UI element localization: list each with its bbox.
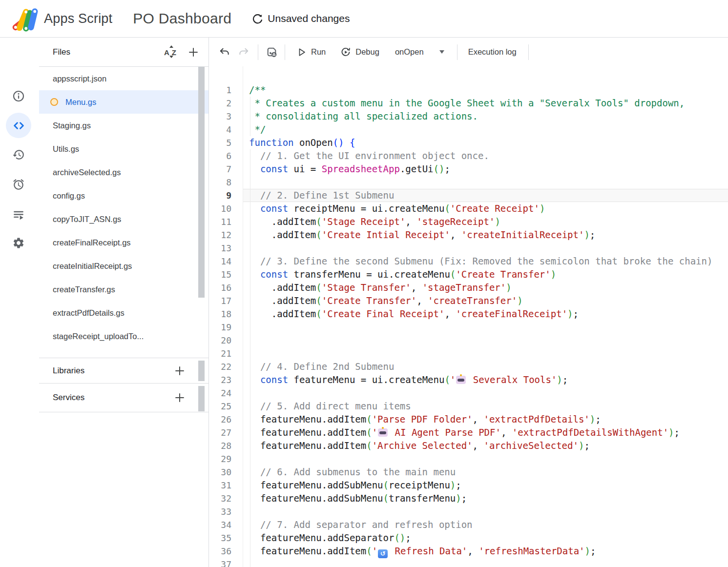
file-name: Menu.gs <box>65 98 96 107</box>
code-token: // 1. Get the UI environment object once… <box>249 150 489 161</box>
code-token: */ <box>249 124 266 135</box>
code-line: 36 featureMenu.addItem(' Refresh Data', … <box>209 545 728 558</box>
execution-log-button[interactable]: Execution log <box>468 47 517 57</box>
overview-info-icon <box>12 90 25 102</box>
code-token: , <box>473 414 484 425</box>
libraries-section: Libraries <box>39 358 208 384</box>
file-item[interactable]: appsscript.json <box>39 67 208 90</box>
code-token: ) <box>456 493 461 504</box>
code-token: ' <box>372 546 377 556</box>
save-button[interactable] <box>264 45 279 60</box>
code-token: ( <box>316 295 321 306</box>
code-token: , <box>405 216 416 227</box>
add-service-icon[interactable] <box>173 391 186 404</box>
code-token: 'Create Transfer' <box>322 295 416 306</box>
files-scrollbar[interactable] <box>198 67 205 298</box>
debug-button[interactable]: Debug <box>340 47 379 58</box>
code-token: // 4. Define 2nd Submenu <box>249 361 394 372</box>
file-item[interactable]: createInitialReceipt.gs <box>39 254 208 278</box>
code-token: ) <box>495 216 500 227</box>
code-token: featureMenu.addSubMenu <box>249 480 383 490</box>
rail-item-triggers[interactable] <box>6 172 31 197</box>
file-item[interactable]: config.gs <box>39 184 208 207</box>
code-token: ; <box>590 546 596 556</box>
rail-item-editor[interactable] <box>6 113 31 138</box>
file-name: createInitialReceipt.gs <box>53 262 132 271</box>
code-token: .addItem <box>249 282 316 293</box>
code-token: ; <box>405 532 411 543</box>
libraries-label: Libraries <box>53 366 173 376</box>
code-token: 'Stage Receipt' <box>322 216 406 227</box>
function-selector[interactable]: onOpen <box>395 47 424 57</box>
sort-az-icon[interactable]: AZ <box>164 46 179 59</box>
code-line: 6 // 1. Get the UI environment object on… <box>209 149 728 162</box>
code-token: ) <box>668 427 674 438</box>
code-token: .addItem <box>249 295 316 306</box>
code-token: , <box>444 308 456 319</box>
file-name: createTransfer.gs <box>53 285 115 294</box>
code-token <box>249 374 260 385</box>
code-token <box>249 203 260 214</box>
add-file-icon[interactable] <box>187 46 200 59</box>
code-token: ( <box>444 374 450 385</box>
undo-button[interactable] <box>217 45 231 60</box>
code-line: 4 */ <box>209 123 728 136</box>
code-token: 'refreshMasterData' <box>478 546 584 556</box>
file-item[interactable]: Utils.gs <box>39 137 208 161</box>
code-token: ) <box>517 295 522 306</box>
project-title[interactable]: PO Dashboard <box>133 10 231 27</box>
editor-code-icon <box>12 119 25 132</box>
rail-item-executions[interactable] <box>6 202 31 227</box>
file-item[interactable]: copyToJIT_ASN.gs <box>39 207 208 231</box>
code-token: ; <box>584 440 589 451</box>
code-token: 'extractPdfDetailsWithAgent' <box>512 427 668 438</box>
code-token: onOpen <box>294 137 333 148</box>
code-token: // 3. Define the second Submenu (Fix: Re… <box>249 256 712 266</box>
code-token: 'createFinalReceipt' <box>456 308 567 319</box>
code-line: 9 // 2. Define 1st Submenu <box>209 189 728 202</box>
file-list: appsscript.jsonMenu.gsStaging.gsUtils.gs… <box>39 67 208 348</box>
left-rail <box>0 38 40 567</box>
code-token: ( <box>366 440 372 451</box>
libraries-scrollbar[interactable] <box>198 361 205 381</box>
file-item[interactable]: Staging.gs <box>39 114 208 137</box>
add-library-icon[interactable] <box>173 364 186 377</box>
file-item[interactable]: extractPdfDetails.gs <box>39 301 208 324</box>
code-line: 31 featureMenu.addSubMenu(receiptMenu); <box>209 479 728 492</box>
code-line: 16 .addItem('Stage Transfer', 'stageTran… <box>209 281 728 294</box>
code-token: 'stageTransfer' <box>422 282 506 293</box>
file-item[interactable]: Menu.gs <box>39 90 208 114</box>
code-token: ( <box>383 480 389 490</box>
code-token: ) <box>551 269 556 280</box>
code-line: 37 <box>209 558 728 567</box>
save-status-label: Unsaved changes <box>268 13 350 24</box>
file-item[interactable]: stageReceipt_uploadTo... <box>39 324 208 348</box>
save-status: Unsaved changes <box>252 13 350 24</box>
file-name: config.gs <box>53 191 85 201</box>
file-item[interactable]: createTransfer.gs <box>39 278 208 301</box>
code-token: 'Parse PDF Folder' <box>372 414 473 425</box>
rail-item-overview[interactable] <box>6 83 31 109</box>
code-token: Severalx Tools' <box>467 374 557 385</box>
code-line: 32 featureMenu.addSubMenu(transferMenu); <box>209 492 728 505</box>
code-token: featureMenu.addItem <box>249 414 366 425</box>
run-play-icon <box>297 47 307 57</box>
code-token: const <box>260 203 288 214</box>
run-button[interactable]: Run <box>297 47 326 57</box>
redo-button[interactable] <box>236 45 251 60</box>
rail-item-project-settings[interactable] <box>6 230 31 256</box>
code-token: ; <box>590 229 595 240</box>
services-scrollbar[interactable] <box>198 386 205 411</box>
services-section: Services <box>39 383 208 412</box>
code-token: 'Archive Selected' <box>372 440 473 451</box>
toolbar-divider <box>258 44 258 60</box>
rail-item-project-history[interactable] <box>6 142 31 167</box>
code-editor[interactable]: 1/**2 * Creates a custom menu in the Goo… <box>209 66 728 567</box>
code-line: 11 .addItem('Stage Receipt', 'stageRecei… <box>209 215 728 228</box>
file-item[interactable]: archiveSelected.gs <box>39 161 208 184</box>
code-line: 14 // 3. Define the second Submenu (Fix:… <box>209 255 728 268</box>
dropdown-caret-icon[interactable] <box>439 50 444 54</box>
robot-emoji <box>378 428 388 437</box>
debug-icon <box>340 47 351 58</box>
file-item[interactable]: createFinalReceipt.gs <box>39 231 208 254</box>
